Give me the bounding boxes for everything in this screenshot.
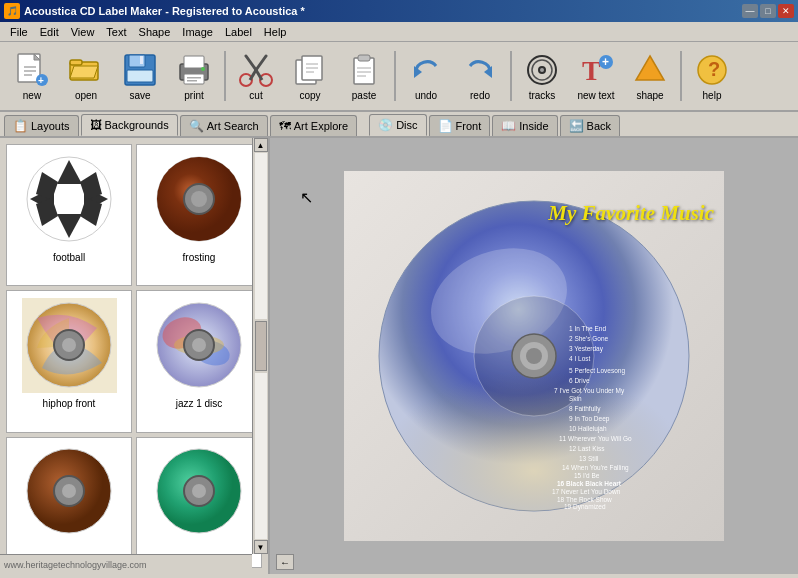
title-bar: 🎵 Acoustica CD Label Maker - Registered … <box>0 0 798 22</box>
print-button[interactable]: print <box>168 46 220 106</box>
scroll-up-button[interactable]: ▲ <box>254 138 268 152</box>
svg-point-15 <box>201 67 205 71</box>
jazz-label: jazz 1 disc <box>176 398 223 409</box>
redo-button[interactable]: redo <box>454 46 506 106</box>
svg-point-27 <box>540 68 544 72</box>
tab-layouts[interactable]: 📋 Layouts <box>4 115 79 136</box>
tab-disc[interactable]: 💿 Disc <box>369 114 426 136</box>
minimize-button[interactable]: — <box>742 4 758 18</box>
svg-point-70 <box>526 348 542 364</box>
bottom-nav-area: ← <box>276 554 294 570</box>
close-button[interactable]: ✕ <box>778 4 794 18</box>
toolbar-sep-2 <box>394 51 396 101</box>
new-label: new <box>23 90 41 101</box>
svg-rect-5 <box>70 60 82 65</box>
toolbar: + new open save <box>0 42 798 112</box>
tab-inside[interactable]: 📖 Inside <box>492 115 557 136</box>
help-label: help <box>703 90 722 101</box>
cut-label: cut <box>249 90 262 101</box>
cd-disc-svg: 1 In The End 2 She's Gone 3 Yesterday 4 … <box>369 191 699 521</box>
menu-help[interactable]: Help <box>258 24 293 40</box>
window-title: Acoustica CD Label Maker - Registered to… <box>24 5 305 17</box>
nav-left-button[interactable]: ← <box>276 554 294 570</box>
left-panel: football <box>0 138 270 574</box>
menu-label[interactable]: Label <box>219 24 258 40</box>
thumbnail-item5[interactable] <box>6 437 132 568</box>
svg-text:14 When You're Falling: 14 When You're Falling <box>562 464 629 472</box>
help-button[interactable]: ? help <box>686 46 738 106</box>
svg-text:7 I've Got You Under My: 7 I've Got You Under My <box>554 387 625 395</box>
tab-backgrounds[interactable]: 🖼 Backgrounds <box>81 114 178 136</box>
shape-icon <box>632 52 668 88</box>
svg-point-56 <box>192 338 206 352</box>
paste-button[interactable]: paste <box>338 46 390 106</box>
menu-text[interactable]: Text <box>100 24 132 40</box>
menu-file[interactable]: File <box>4 24 34 40</box>
scrollbar[interactable]: ▲ ▼ <box>252 138 268 554</box>
undo-button[interactable]: undo <box>400 46 452 106</box>
copy-button[interactable]: copy <box>284 46 336 106</box>
open-icon <box>68 52 104 88</box>
maximize-button[interactable]: □ <box>760 4 776 18</box>
svg-marker-31 <box>636 56 664 80</box>
svg-text:10 Hallelujah: 10 Hallelujah <box>569 425 607 433</box>
svg-text:4 I Lost: 4 I Lost <box>569 355 591 362</box>
svg-text:9 In Too Deep: 9 In Too Deep <box>569 415 610 423</box>
svg-text:8 Faithfully: 8 Faithfully <box>569 405 601 413</box>
open-button[interactable]: open <box>60 46 112 106</box>
football-label: football <box>53 252 85 263</box>
hiphop-label: hiphop front <box>43 398 96 409</box>
svg-rect-21 <box>358 55 370 61</box>
new-text-button[interactable]: T + new text <box>570 46 622 106</box>
toolbar-sep-4 <box>680 51 682 101</box>
svg-rect-9 <box>127 70 153 82</box>
item6-image <box>149 442 249 542</box>
menu-edit[interactable]: Edit <box>34 24 65 40</box>
cut-button[interactable]: cut <box>230 46 282 106</box>
redo-label: redo <box>470 90 490 101</box>
save-button[interactable]: save <box>114 46 166 106</box>
tab-art-search[interactable]: 🔍 Art Search <box>180 115 268 136</box>
save-icon <box>122 52 158 88</box>
cd-canvas[interactable]: My Favorite Music <box>344 171 724 541</box>
undo-icon <box>408 52 444 88</box>
scroll-thumb[interactable] <box>255 321 267 371</box>
menu-image[interactable]: Image <box>176 24 219 40</box>
thumbnail-grid: football <box>0 138 268 574</box>
hiphop-image <box>19 295 119 395</box>
svg-rect-11 <box>184 56 204 68</box>
copy-label: copy <box>299 90 320 101</box>
window-controls: — □ ✕ <box>742 4 794 18</box>
tab-art-explore[interactable]: 🗺 Art Explore <box>270 115 357 136</box>
shape-button[interactable]: shape <box>624 46 676 106</box>
menu-bar: File Edit View Text Shape Image Label He… <box>0 22 798 42</box>
tab-front[interactable]: 📄 Front <box>429 115 491 136</box>
svg-text:18 The Rock Show: 18 The Rock Show <box>557 496 612 503</box>
new-button[interactable]: + new <box>6 46 58 106</box>
paste-label: paste <box>352 90 376 101</box>
jazz-image <box>149 295 249 395</box>
thumbnail-item6[interactable] <box>136 437 262 568</box>
tab-back[interactable]: 🔙 Back <box>560 115 620 136</box>
undo-label: undo <box>415 90 437 101</box>
tab-inside-label: Inside <box>519 120 548 132</box>
tab-art-explore-label: Art Explore <box>294 120 348 132</box>
disc-icon: 💿 <box>378 118 393 132</box>
menu-shape[interactable]: Shape <box>133 24 177 40</box>
tracks-button[interactable]: tracks <box>516 46 568 106</box>
svg-text:16 Black Black Heart: 16 Black Black Heart <box>557 480 622 487</box>
open-label: open <box>75 90 97 101</box>
thumbnail-hiphop[interactable]: hiphop front <box>6 290 132 432</box>
scroll-down-button[interactable]: ▼ <box>254 540 268 554</box>
tab-art-search-label: Art Search <box>207 120 259 132</box>
thumbnail-jazz[interactable]: jazz 1 disc <box>136 290 262 432</box>
help-icon: ? <box>694 52 730 88</box>
svg-text:+: + <box>602 55 609 69</box>
menu-view[interactable]: View <box>65 24 101 40</box>
svg-text:15 I'd Be: 15 I'd Be <box>574 472 600 479</box>
svg-rect-8 <box>140 56 143 64</box>
thumbnail-frosting[interactable]: frosting <box>136 144 262 286</box>
svg-point-50 <box>62 338 76 352</box>
thumbnail-football[interactable]: football <box>6 144 132 286</box>
watermark-text: www.heritagetechnologyvillage.com <box>4 560 147 570</box>
